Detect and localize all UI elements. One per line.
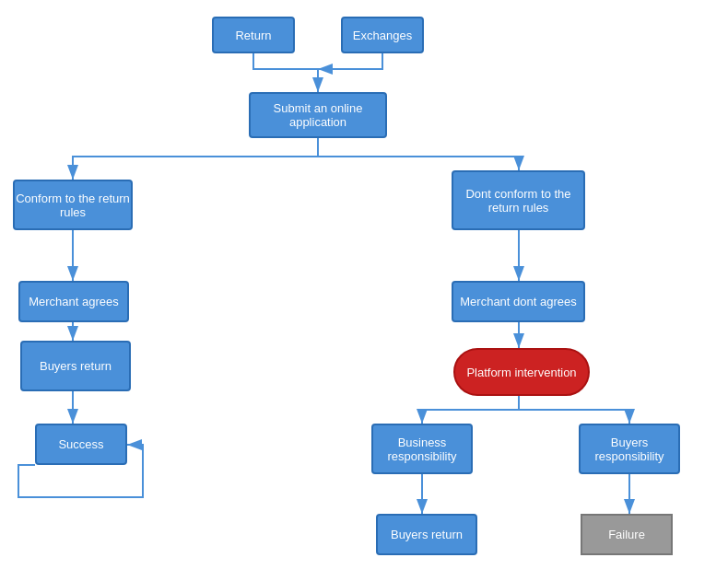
merchant-agrees-node: Merchant agrees — [18, 281, 129, 322]
conform-node: Conform to the return rules — [13, 180, 133, 230]
platform-intervention-node: Platform intervention — [453, 348, 590, 396]
buyers-return-right-node: Buyers return — [376, 514, 477, 555]
buyers-return-left-node: Buyers return — [20, 341, 131, 391]
return-node: Return — [212, 17, 295, 53]
dont-conform-node: Dont conform to the return rules — [452, 170, 585, 230]
business-resp-node: Business responsibility — [371, 424, 473, 474]
submit-node: Submit an online application — [249, 92, 387, 138]
failure-node: Failure — [581, 514, 673, 555]
success-node: Success — [35, 424, 127, 465]
flowchart-diagram: Return Exchanges Submit an online applic… — [0, 0, 728, 581]
exchanges-node: Exchanges — [341, 17, 424, 53]
merchant-dont-node: Merchant dont agrees — [452, 281, 585, 322]
buyers-resp-node: Buyers responsibility — [579, 424, 680, 474]
